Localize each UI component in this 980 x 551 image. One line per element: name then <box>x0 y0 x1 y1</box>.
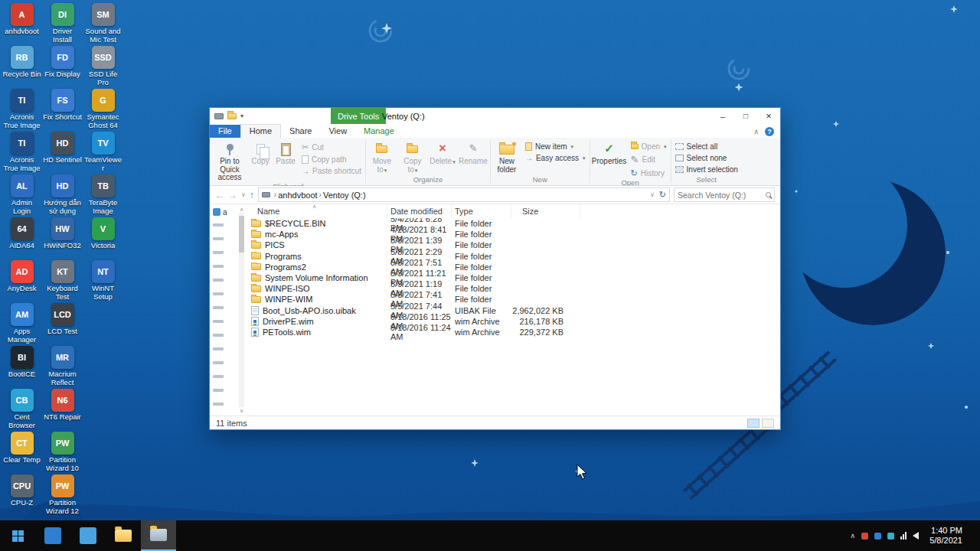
tray-icon-red[interactable] <box>861 533 868 540</box>
scrollbar-track[interactable] <box>239 213 244 407</box>
desktop-icon-cpu-z[interactable]: CPU CPU-Z <box>2 474 42 517</box>
paste-button[interactable]: Paste <box>273 139 299 166</box>
minimize-button[interactable] <box>711 108 734 124</box>
desktop-icon-terabyte-image[interactable]: TB TeraByte Image <box>83 174 123 217</box>
desktop-icon-acronis-true-image-2021[interactable]: TI Acronis True Image 2021 <box>2 132 42 174</box>
nav-pane-item[interactable] <box>213 259 237 273</box>
desktop-icon-teamviewer[interactable]: TV TeamViewer <box>83 132 123 174</box>
nav-pane-item[interactable] <box>213 315 237 328</box>
desktop-icon-h-ng-d-n-s-d-ng[interactable]: HD Hướng dẫn sử dụng <box>42 174 83 217</box>
forward-button[interactable]: → <box>228 190 237 201</box>
file-row[interactable]: Programs 5/8/2021 2:29 AM File folder <box>245 251 780 262</box>
file-row[interactable]: PETools.wim 9/18/2016 11:24 AM wim Archi… <box>245 327 780 337</box>
help-button[interactable]: ? <box>765 127 774 136</box>
desktop-icon-keyboard-test[interactable]: KT Keyboard Test <box>42 260 83 303</box>
desktop-icon-aida64[interactable]: 64 AIDA64 <box>2 217 42 260</box>
nav-pane-item[interactable] <box>213 383 237 397</box>
nav-pane-item[interactable] <box>213 370 237 383</box>
desktop-icon-clear-temp[interactable]: CT Clear Temp <box>2 432 42 474</box>
nav-pane-item[interactable] <box>213 218 237 232</box>
column-header-type[interactable]: Type <box>452 204 511 218</box>
copy-button[interactable]: Copy <box>248 139 273 166</box>
up-button[interactable]: ↑ <box>250 190 254 201</box>
file-row[interactable]: Programs2 5/8/2021 7:51 AM File folder <box>245 262 780 272</box>
tray-icon-teal[interactable] <box>887 533 894 540</box>
properties-button[interactable]: Properties <box>591 139 628 166</box>
select-all-button[interactable]: Select all <box>675 142 738 151</box>
cut-button[interactable]: Cut <box>302 142 361 152</box>
taskbar-app-button-1[interactable] <box>35 520 70 551</box>
delete-button[interactable]: Delete▾ <box>428 139 457 167</box>
file-row[interactable]: WINPE-ISO 5/9/2021 1:19 AM File folder <box>245 283 780 294</box>
tab-manage[interactable]: Manage <box>355 125 403 138</box>
nav-pane-top-item[interactable]: a <box>213 206 237 218</box>
nav-pane-item[interactable] <box>213 397 237 411</box>
nav-pane-item[interactable] <box>213 246 237 259</box>
desktop-icon-fix-display[interactable]: FD Fix Display <box>42 46 83 89</box>
desktop-icon-partition-wizard-12[interactable]: PW Partition Wizard 12 <box>42 474 83 517</box>
desktop-icon-recycle-bin[interactable]: RB Recycle Bin <box>2 46 42 89</box>
file-row[interactable]: mc-Apps 4/28/2021 8:41 PM File folder <box>245 229 780 240</box>
desktop-icon-winnt-setup[interactable]: NT WinNT Setup <box>83 260 123 303</box>
desktop-icon-symantec-ghost-64[interactable]: G Symantec Ghost 64 <box>83 89 123 132</box>
column-header-date-modified[interactable]: Date modified <box>387 204 452 218</box>
file-row[interactable]: Boot_Usb-APO.iso.uibak 5/5/2021 7:44 AM … <box>245 305 780 316</box>
maximize-button[interactable] <box>734 108 757 124</box>
desktop-icon-cent-browser[interactable]: CB Cent Browser <box>2 389 42 432</box>
nav-pane-item[interactable] <box>213 287 237 301</box>
paste-shortcut-button[interactable]: Paste shortcut <box>302 167 361 175</box>
desktop-icon-driver-install[interactable]: DI Driver Install <box>42 3 83 46</box>
tray-icon-blue[interactable] <box>874 533 881 540</box>
search-box[interactable] <box>674 187 775 202</box>
refresh-icon[interactable] <box>659 190 666 200</box>
recent-locations-chevron[interactable]: ∨ <box>241 191 246 198</box>
ribbon-collapse-chevron[interactable]: ∧ <box>753 128 759 135</box>
taskbar-app-button-2[interactable] <box>70 520 106 551</box>
desktop-icon-lcd-test[interactable]: LCD LCD Test <box>42 303 83 346</box>
easy-access-button[interactable]: Easy access▾ <box>525 154 586 162</box>
search-input[interactable] <box>678 191 766 200</box>
pin-to-quick-access-button[interactable]: Pin to Quick access <box>211 139 248 182</box>
nav-pane-item[interactable] <box>213 328 237 342</box>
nav-pane-item[interactable] <box>213 356 237 370</box>
file-row[interactable]: System Volume Information 5/3/2021 11:21… <box>245 272 780 283</box>
desktop-icon-anydesk[interactable]: AD AnyDesk <box>2 260 42 303</box>
tab-file[interactable]: File <box>210 125 240 138</box>
desktop-icon-fix-shortcut[interactable]: FS Fix Shortcut <box>42 89 83 132</box>
nav-pane-item[interactable] <box>213 342 237 356</box>
tab-view[interactable]: View <box>320 125 355 138</box>
desktop-icon-bootice[interactable]: BI BootICE <box>2 346 42 389</box>
scroll-up-arrow[interactable]: ∧ <box>240 206 243 213</box>
select-none-button[interactable]: Select none <box>675 154 738 162</box>
nav-scrollbar[interactable]: ∧ ∨ <box>238 206 245 414</box>
desktop-icon-partition-wizard-10[interactable]: PW Partition Wizard 10 <box>42 432 83 474</box>
scroll-down-arrow[interactable]: ∨ <box>240 407 243 414</box>
start-button[interactable] <box>0 520 35 551</box>
history-button[interactable]: History <box>631 168 667 178</box>
new-item-button[interactable]: New item▾ <box>525 142 586 151</box>
tab-share[interactable]: Share <box>281 125 320 138</box>
drive-tools-context-tab[interactable]: Drive Tools <box>331 108 386 124</box>
desktop-icon-anhdvboot[interactable]: A anhdvboot <box>2 3 42 46</box>
nav-pane-item[interactable] <box>213 301 237 315</box>
nav-pane-item[interactable] <box>213 232 237 246</box>
desktop-icon-macrium-reflect[interactable]: MR Macrium Reflect <box>42 346 83 389</box>
scrollbar-thumb[interactable] <box>239 216 244 253</box>
rename-button[interactable]: Rename <box>457 139 489 166</box>
copy-path-button[interactable]: Copy path <box>302 155 361 164</box>
chevron-down-icon[interactable]: ▾ <box>240 112 243 119</box>
address-box[interactable]: ›anhdvboot›Ventoy (Q:) ∨ <box>258 187 670 202</box>
new-folder-button[interactable]: New folder <box>492 139 522 174</box>
close-button[interactable] <box>757 108 780 124</box>
desktop-icon-sound-and-mic-test[interactable]: SM Sound and Mic Test <box>83 3 123 46</box>
desktop-icon-apps-manager[interactable]: AM Apps Manager <box>2 303 42 346</box>
active-explorer-window-button[interactable] <box>141 520 176 551</box>
desktop-icon-ssd-life-pro[interactable]: SSD SSD Life Pro <box>83 46 123 89</box>
back-button[interactable]: ← <box>215 190 224 201</box>
taskbar-clock[interactable]: 1:40 PM 5/8/2021 <box>925 526 967 546</box>
edit-button[interactable]: Edit <box>631 154 667 165</box>
hidden-icons-chevron[interactable]: ∧ <box>851 532 856 540</box>
file-explorer-button[interactable] <box>106 520 141 551</box>
address-dropdown-chevron[interactable]: ∨ <box>650 191 655 198</box>
copy-to-button[interactable]: Copy to▾ <box>397 139 428 174</box>
